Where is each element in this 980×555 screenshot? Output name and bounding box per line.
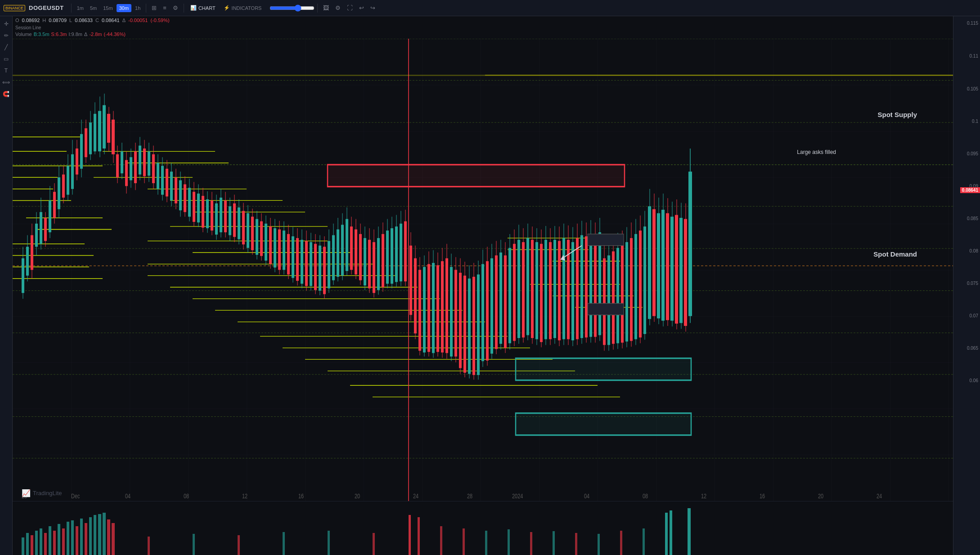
draw-tool[interactable]: ✏: [1, 31, 11, 41]
forward-btn[interactable]: ↪: [368, 3, 378, 13]
text-tool[interactable]: T: [1, 66, 11, 76]
svg-rect-398: [103, 513, 106, 555]
replay-slider[interactable]: [270, 5, 315, 12]
svg-text:20: 20: [818, 492, 823, 500]
session-line-label: Session Line: [15, 25, 41, 30]
chart-menu-btn[interactable]: 📊 CHART: [187, 4, 219, 12]
price-0060: 0.06: [970, 378, 978, 383]
svg-rect-392: [76, 526, 78, 555]
svg-rect-387: [53, 531, 56, 555]
svg-rect-395: [89, 517, 92, 555]
chart-type-candlestick[interactable]: ⊞: [149, 3, 159, 13]
svg-rect-404: [283, 532, 285, 555]
svg-rect-386: [49, 526, 51, 555]
symbol-label: DOGEUSDT: [29, 5, 64, 11]
indicators-icon: ⚡: [224, 5, 230, 11]
tf-30m[interactable]: 30m: [117, 4, 131, 12]
svg-rect-412: [508, 529, 510, 555]
open-label: O: [15, 18, 19, 23]
price-0115: 0.115: [967, 21, 978, 26]
tf-5m[interactable]: 5m: [87, 4, 99, 12]
price-0080: 0.08: [970, 248, 978, 253]
price-0085: 0.085: [967, 216, 978, 221]
svg-rect-385: [44, 533, 47, 555]
svg-text:2024: 2024: [512, 492, 523, 500]
svg-text:20: 20: [355, 492, 360, 500]
svg-text:28: 28: [467, 492, 472, 500]
settings-btn[interactable]: ⚙: [333, 3, 343, 13]
exchange-badge: BINANCE: [4, 5, 25, 11]
svg-rect-416: [598, 534, 600, 555]
svg-rect-405: [328, 531, 330, 555]
svg-rect-420: [670, 510, 672, 555]
volume-total: I:9.8m: [68, 32, 82, 37]
chart-type-bar[interactable]: ≡: [160, 3, 169, 13]
tradinglite-name: TradingLite: [33, 490, 62, 496]
open-value: 0.08692: [22, 18, 40, 23]
svg-rect-417: [620, 531, 622, 555]
svg-text:04: 04: [584, 492, 589, 500]
svg-rect-407: [409, 515, 411, 555]
separator-1: [71, 4, 72, 13]
volume-s: S:6.3m: [51, 32, 67, 37]
svg-rect-394: [85, 523, 87, 555]
svg-rect-393: [80, 519, 83, 555]
price-0095: 0.095: [967, 151, 978, 156]
svg-rect-403: [238, 535, 240, 555]
svg-rect-397: [98, 514, 101, 555]
low-label: L: [69, 18, 72, 23]
fullscreen-btn[interactable]: ⛶: [344, 3, 355, 13]
left-toolbar: ✛ ✏ ╱ ▭ T ⟺ 🧲: [0, 16, 13, 555]
price-0110: 0.11: [970, 54, 978, 59]
svg-text:12: 12: [701, 492, 706, 500]
price-chart[interactable]: 28 Dec 04 08 12 16 20 24 28 2024 04 08 1…: [13, 39, 953, 501]
chart-label: CHART: [198, 5, 216, 11]
svg-text:24: 24: [877, 492, 882, 500]
svg-rect-357: [588, 303, 624, 315]
svg-rect-418: [643, 528, 645, 555]
svg-rect-390: [67, 522, 69, 555]
svg-text:Dec: Dec: [71, 492, 80, 500]
svg-rect-419: [665, 513, 668, 555]
svg-rect-379: [13, 501, 953, 555]
rect-tool[interactable]: ▭: [1, 54, 11, 64]
svg-rect-400: [112, 523, 115, 555]
replay-controls: [270, 5, 315, 12]
magnet-tool[interactable]: 🧲: [1, 89, 11, 99]
tf-1h[interactable]: 1h: [132, 4, 143, 12]
svg-rect-382: [31, 535, 33, 555]
svg-text:16: 16: [760, 492, 765, 500]
svg-rect-402: [193, 534, 195, 555]
volume-bar: Volume B:3.5m S:6.3m I:9.8m Δ -2.8m (-44…: [13, 31, 953, 38]
chart-settings-btn[interactable]: ⚙: [170, 3, 181, 13]
indicators-label: INDICATORS: [232, 5, 262, 11]
svg-rect-356: [588, 234, 624, 246]
svg-rect-353: [328, 165, 625, 187]
svg-rect-381: [26, 533, 29, 555]
screenshot-btn[interactable]: 🖼: [320, 3, 332, 13]
volume-delta: -2.8m: [89, 32, 102, 37]
price-0065: 0.065: [967, 346, 978, 351]
svg-rect-399: [107, 519, 110, 555]
chart-container[interactable]: O 0.08692 H 0.08709 L 0.08633 C 0.08641 …: [13, 16, 953, 555]
svg-rect-380: [22, 537, 24, 555]
toolbar: BINANCE DOGEUSDT 1m 5m 15m 30m 1h ⊞ ≡ ⚙ …: [0, 0, 980, 16]
tf-15m[interactable]: 15m: [100, 4, 115, 12]
chart-icon: 📊: [190, 5, 197, 11]
volume-delta-pct: (-44.36%): [104, 32, 126, 37]
svg-rect-355: [516, 413, 691, 435]
indicators-btn[interactable]: ⚡ INDICATORS: [220, 4, 265, 12]
volume-delta-label: Δ: [84, 32, 87, 37]
svg-rect-389: [62, 528, 65, 555]
line-tool[interactable]: ╱: [1, 42, 11, 52]
separator-3: [184, 4, 184, 13]
svg-rect-421: [688, 508, 691, 555]
tf-1m[interactable]: 1m: [74, 4, 86, 12]
svg-rect-410: [463, 528, 465, 555]
price-0100: 0.1: [972, 119, 978, 124]
delta-pct: (-0.59%): [150, 18, 169, 23]
crosshair-tool[interactable]: ✛: [1, 19, 11, 29]
back-btn[interactable]: ↩: [356, 3, 367, 13]
measure-tool[interactable]: ⟺: [1, 77, 11, 87]
price-0070: 0.07: [970, 313, 978, 318]
